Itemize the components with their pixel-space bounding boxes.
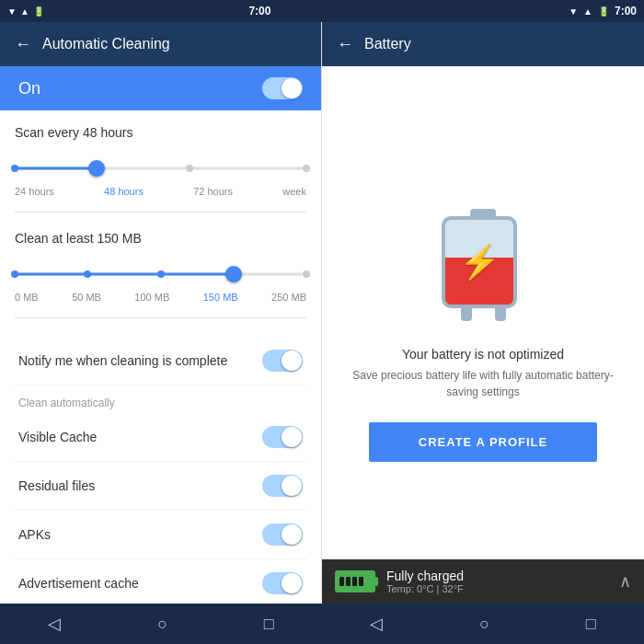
time-left: 7:00 <box>248 5 270 17</box>
notify-toggle[interactable] <box>262 350 303 372</box>
residual-files-toggle[interactable] <box>262 475 303 497</box>
signal-icon-right: ▲ <box>583 6 592 17</box>
visible-cache-thumb <box>282 427 302 447</box>
settings-content: Scan every 48 hours 24 hours 48 hours 72 <box>0 110 321 604</box>
clean-label-4: 250 MB <box>271 292 306 303</box>
create-profile-button[interactable]: CREATE A PROFILE <box>369 422 597 462</box>
advert-cache-label: Advertisement cache <box>18 576 139 591</box>
battery-icon-left: 🔋 <box>33 6 44 17</box>
scan-title: Scan every 48 hours <box>15 125 306 140</box>
back-button-right[interactable]: ← <box>337 35 353 54</box>
wifi-icon-right: ▼ <box>569 6 578 17</box>
residual-files-row: Residual files <box>15 462 306 511</box>
notification-title: Fully charged <box>386 569 608 583</box>
left-panel: ← Automatic Cleaning On Scan every 48 ho… <box>0 22 322 604</box>
nav-recents-left[interactable]: □ <box>264 615 274 634</box>
on-toggle-row[interactable]: On <box>0 66 321 110</box>
battery-icon-right: 🔋 <box>598 6 609 17</box>
toggle-thumb <box>282 78 302 98</box>
battery-content: ⚡ Your battery is not optimized Save pre… <box>322 66 644 604</box>
scan-slider-labels: 24 hours 48 hours 72 hours week <box>15 186 306 197</box>
residual-files-thumb <box>282 476 302 496</box>
nav-recents-right[interactable]: □ <box>586 615 596 634</box>
time-right: 7:00 <box>615 5 637 17</box>
wifi-icon: ▼ <box>7 6 17 17</box>
nav-home-right[interactable]: ○ <box>479 615 489 634</box>
clean-slider-section: Clean at least 150 MB 0 MB 50 MB 100 MB … <box>15 231 306 318</box>
notification-subtitle: Temp: 0°C | 32°F <box>386 583 608 594</box>
battery-illustration: ⚡ <box>437 209 529 328</box>
clean-label-2: 100 MB <box>134 292 169 303</box>
main-toggle[interactable] <box>262 77 303 99</box>
battery-notification[interactable]: Fully charged Temp: 0°C | 32°F ∧ <box>322 559 644 604</box>
nav-back-right[interactable]: ◁ <box>370 614 383 634</box>
clean-label-0: 0 MB <box>15 292 39 303</box>
on-label: On <box>18 79 40 98</box>
scan-label-3: week <box>282 186 306 197</box>
nav-back-left[interactable]: ◁ <box>48 614 61 634</box>
right-panel-title: Battery <box>364 36 411 52</box>
clean-label-1: 50 MB <box>72 292 101 303</box>
nav-right: ◁ ○ □ <box>322 604 644 644</box>
apks-label: APKs <box>18 527 51 542</box>
back-button-left[interactable]: ← <box>15 35 31 54</box>
clean-auto-header: Clean automatically <box>15 385 306 413</box>
apks-thumb <box>282 524 302 545</box>
notification-chevron-icon: ∧ <box>619 571 631 592</box>
apks-toggle[interactable] <box>262 523 303 546</box>
scan-slider-section: Scan every 48 hours 24 hours 48 hours 72 <box>15 125 306 213</box>
notify-row: Notify me when cleaning is complete <box>15 337 306 385</box>
signal-icon: ▲ <box>20 6 29 17</box>
nav-home-left[interactable]: ○ <box>157 615 167 634</box>
navigation-bar: ◁ ○ □ ◁ ○ □ <box>0 604 644 644</box>
advert-cache-row: Advertisement cache <box>15 559 306 604</box>
visible-cache-toggle[interactable] <box>262 426 303 448</box>
main-content: ← Automatic Cleaning On Scan every 48 ho… <box>0 22 644 604</box>
battery-subtext: Save precious battery life with fully au… <box>340 367 626 400</box>
clean-label-3: 150 MB <box>203 292 238 303</box>
notify-label: Notify me when cleaning is complete <box>18 353 227 368</box>
clean-slider-labels: 0 MB 50 MB 100 MB 150 MB 250 MB <box>15 292 306 303</box>
residual-files-label: Residual files <box>18 478 95 493</box>
clean-title: Clean at least 150 MB <box>15 231 306 246</box>
status-bar: ▼ ▲ 🔋 7:00 ▼ ▲ 🔋 7:00 <box>0 0 644 22</box>
apks-row: APKs <box>15 511 306 559</box>
status-bar-left: ▼ ▲ 🔋 <box>7 6 44 17</box>
left-panel-title: Automatic Cleaning <box>42 36 170 52</box>
right-panel: ← Battery ⚡ <box>322 22 644 604</box>
visible-cache-label: Visible Cache <box>18 430 97 444</box>
advert-cache-thumb <box>282 573 302 593</box>
battery-heading: Your battery is not optimized <box>402 347 564 362</box>
scan-label-1: 48 hours <box>104 186 144 197</box>
right-app-bar: ← Battery <box>322 22 644 66</box>
visible-cache-row: Visible Cache <box>15 413 306 462</box>
notify-toggle-thumb <box>282 351 302 371</box>
advert-cache-toggle[interactable] <box>262 572 303 594</box>
nav-left: ◁ ○ □ <box>0 604 322 644</box>
left-app-bar: ← Automatic Cleaning <box>0 22 321 66</box>
scan-label-2: 72 hours <box>193 186 233 197</box>
notification-text: Fully charged Temp: 0°C | 32°F <box>386 569 608 594</box>
scan-label-0: 24 hours <box>15 186 54 197</box>
